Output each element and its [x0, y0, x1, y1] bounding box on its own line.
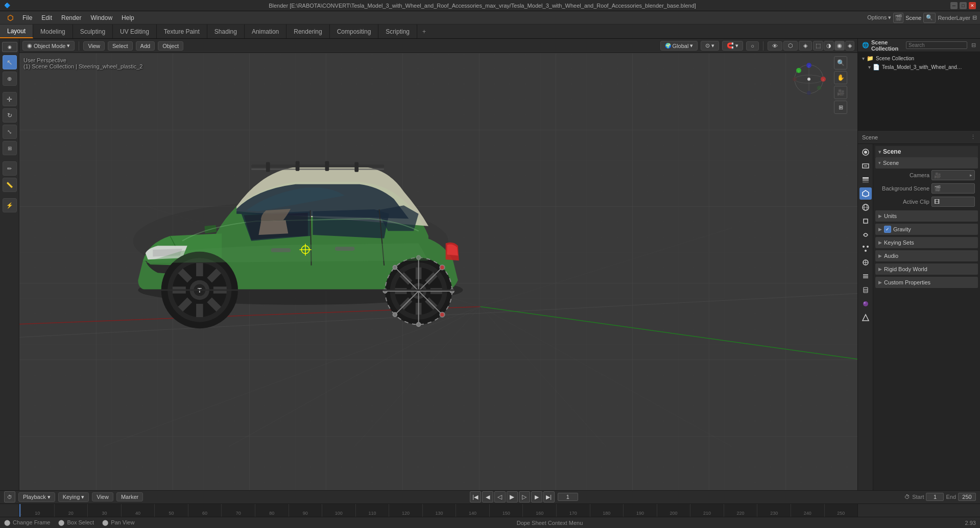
gravity-checkbox[interactable] [884, 226, 891, 233]
prop-icon-object[interactable] [859, 215, 872, 227]
tool-transform[interactable]: ⊞ [3, 141, 17, 155]
play-btn[interactable]: ▶ [507, 491, 518, 502]
custom-props-header[interactable]: ▶ Custom Properties [875, 277, 978, 288]
outliner-content[interactable]: ▾ 📁 Scene Collection ▾ 📄 Tesla_Model_3_w… [858, 52, 980, 130]
tab-compositing[interactable]: Compositing [330, 25, 379, 38]
blender-logo[interactable]: ⬡ [3, 14, 17, 22]
prev-keyframe-btn[interactable]: ◁ [494, 491, 506, 502]
prop-icon-modifier[interactable] [859, 229, 872, 241]
object-mode-dropdown[interactable]: ◉ Object Mode ▾ [22, 41, 75, 51]
camera-browse-icon[interactable]: ▸ [970, 173, 972, 178]
overlay-toggle[interactable]: ⬡ [783, 41, 798, 51]
object-menu-btn[interactable]: Object [158, 41, 183, 51]
close-button[interactable]: ✕ [969, 2, 976, 9]
material-btn[interactable]: ◉ [834, 41, 845, 51]
minimize-button[interactable]: ─ [950, 2, 958, 9]
viewport-canvas[interactable]: T [19, 53, 857, 490]
prop-icon-data[interactable] [859, 284, 872, 296]
bg-scene-value-field[interactable]: 🎬 [931, 183, 975, 194]
scene-section-header[interactable]: ▾ Scene [875, 157, 978, 169]
prop-icon-render[interactable] [859, 146, 872, 158]
view-menu-btn[interactable]: View [83, 41, 105, 51]
options-label[interactable]: Options ▾ [867, 14, 891, 21]
playback-menu-btn[interactable]: Playback ▾ [18, 492, 55, 502]
tool-cursor[interactable]: ⊕ [3, 71, 17, 86]
keying-sets-header[interactable]: ▶ Keying Sets [875, 237, 978, 248]
search-icon[interactable]: 🔍 [923, 13, 936, 23]
add-workspace-button[interactable]: + [417, 25, 431, 38]
wireframe-btn[interactable]: ⬚ [813, 41, 823, 51]
end-frame-input[interactable] [958, 493, 976, 501]
tab-animation[interactable]: Animation [245, 25, 286, 38]
menu-window[interactable]: Window [86, 13, 116, 23]
tool-rotate[interactable]: ↻ [3, 108, 17, 123]
rendered-btn[interactable]: ◈ [845, 41, 854, 51]
mode-toggle[interactable]: ◉ [2, 42, 17, 52]
zoom-icon[interactable]: 🔍 [834, 56, 847, 69]
keying-menu-btn[interactable]: Keying ▾ [58, 492, 89, 502]
audio-section-header[interactable]: ▶ Audio [875, 250, 978, 261]
tool-select[interactable]: ↖ [3, 55, 17, 69]
tool-measure[interactable]: 📏 [3, 178, 17, 192]
prop-icon-scene[interactable] [859, 187, 872, 200]
tab-shading[interactable]: Shading [207, 25, 245, 38]
prop-icon-view-layer[interactable] [859, 174, 872, 186]
marker-menu-btn[interactable]: Marker [116, 492, 143, 501]
snap-btn[interactable]: 🧲 ▾ [722, 41, 743, 51]
prop-icon-material[interactable] [859, 298, 872, 310]
transform-global-btn[interactable]: 🌍 Global ▾ [660, 41, 698, 51]
prop-icon-world[interactable] [859, 201, 872, 213]
proportional-btn[interactable]: ○ [746, 41, 759, 51]
menu-help[interactable]: Help [117, 13, 138, 23]
add-menu-btn[interactable]: Add [136, 41, 155, 51]
tab-uv-editing[interactable]: UV Editing [113, 25, 157, 38]
active-clip-value-field[interactable]: 🎞 [931, 197, 975, 207]
tab-sculpting[interactable]: Sculpting [73, 25, 113, 38]
units-section-header[interactable]: ▶ Units [875, 210, 978, 222]
pivot-btn[interactable]: ⊙ ▾ [701, 41, 719, 51]
viewport[interactable]: ◉ Object Mode ▾ View Select Add Object 🌍… [19, 39, 857, 490]
prop-icon-constraints[interactable] [859, 270, 872, 282]
rigid-body-header[interactable]: ▶ Rigid Body World [875, 263, 978, 275]
solid-btn[interactable]: ◑ [824, 41, 834, 51]
maximize-button[interactable]: □ [960, 2, 967, 9]
scene-icon[interactable]: 🎬 [893, 13, 903, 23]
prop-icon-physics[interactable] [859, 256, 872, 269]
tool-annotate[interactable]: ✏ [3, 161, 17, 176]
filter-icon[interactable]: ⊟ [972, 14, 977, 21]
camera-value-field[interactable]: 🎥 ▸ [931, 170, 975, 180]
select-menu-btn[interactable]: Select [108, 41, 133, 51]
grid-view-icon[interactable]: ⊞ [834, 101, 847, 114]
gravity-section-header[interactable]: ▶ Gravity [875, 224, 978, 235]
timeline-ruler[interactable]: 1102030405060708090100110120130140150160… [0, 504, 980, 517]
outliner-mesh-item[interactable]: ▾ 📄 Tesla_Model_3_with_Wheel_and_Roof_Ac… [860, 63, 978, 71]
menu-file[interactable]: File [18, 13, 36, 23]
jump-end-btn[interactable]: ▶| [543, 491, 555, 502]
tab-texture-paint[interactable]: Texture Paint [157, 25, 207, 38]
jump-start-btn[interactable]: |◀ [470, 491, 481, 502]
menu-edit[interactable]: Edit [37, 13, 56, 23]
prop-icon-particles[interactable] [859, 243, 872, 255]
outliner-search-input[interactable] [906, 41, 967, 49]
ruler-track[interactable]: 1102030405060708090100110120130140150160… [19, 504, 857, 517]
step-forward-btn[interactable]: ▶ [531, 491, 542, 502]
prop-icon-shaderfx[interactable] [859, 311, 872, 324]
prop-icon-output[interactable] [859, 160, 872, 172]
camera-view-icon[interactable]: 🎥 [834, 86, 847, 99]
outliner-scene-collection[interactable]: ▾ 📁 Scene Collection [860, 54, 978, 63]
tool-scale[interactable]: ⤡ [3, 125, 17, 139]
tool-add[interactable]: ⚡ [3, 198, 17, 212]
tool-move[interactable]: ✛ [3, 92, 17, 106]
tab-layout[interactable]: Layout [0, 25, 33, 38]
step-back-btn[interactable]: ◀ [482, 491, 493, 502]
outliner-filter-btn[interactable]: ⊟ [971, 42, 976, 49]
next-keyframe-btn[interactable]: ▷ [519, 491, 530, 502]
current-frame-input[interactable] [558, 493, 578, 501]
menu-render[interactable]: Render [57, 13, 85, 23]
tab-rendering[interactable]: Rendering [286, 25, 329, 38]
properties-options-icon[interactable]: ⋮ [970, 134, 976, 140]
tab-scripting[interactable]: Scripting [378, 25, 417, 38]
tab-modeling[interactable]: Modeling [33, 25, 73, 38]
hand-icon[interactable]: ✋ [834, 71, 847, 84]
timeline-clock-icon[interactable]: ⏱ [4, 491, 15, 502]
